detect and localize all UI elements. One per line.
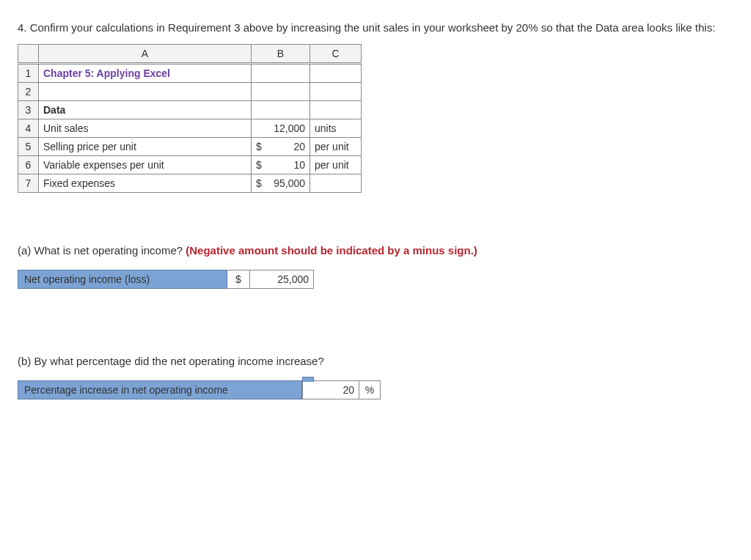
cell-a (39, 83, 252, 101)
row-header: 4 (18, 119, 39, 138)
row-header: 7 (18, 174, 39, 193)
cell-a: Data (39, 101, 252, 119)
table-row: 6Variable expenses per unit$10per unit (18, 156, 362, 174)
cell-a: Variable expenses per unit (39, 156, 252, 174)
pct-value-text: 20 (342, 384, 354, 396)
cell-c (310, 64, 362, 83)
part-a-text: (a) What is net operating income? (18, 244, 186, 257)
cell-a: Chapter 5: Applying Excel (39, 64, 252, 83)
col-header-a: A (39, 45, 252, 64)
col-header-b: B (252, 45, 310, 64)
dollar-sign: $ (256, 159, 262, 171)
row-header: 6 (18, 156, 39, 174)
table-row: 3Data (18, 101, 362, 119)
table-row: 2 (18, 83, 362, 101)
cell-b: $20 (252, 138, 310, 156)
row-header: 5 (18, 138, 39, 156)
row-header: 3 (18, 101, 39, 119)
cell-b: $10 (252, 156, 310, 174)
cell-a: Selling price per unit (39, 138, 252, 156)
cell-b-value: 10 (293, 159, 305, 171)
table-row: 4Unit sales12,000units (18, 119, 362, 138)
cell-b-value: 95,000 (274, 177, 305, 189)
col-header-c: C (310, 45, 362, 64)
part-b-prompt: (b) By what percentage did the net opera… (18, 355, 733, 367)
cell-b: $95,000 (252, 174, 310, 193)
dollar-sign: $ (256, 141, 262, 152)
row-header: 2 (18, 83, 39, 101)
cell-c (310, 101, 362, 119)
cell-c (310, 83, 362, 101)
question-text: 4. Confirm your calculations in Requirem… (18, 21, 733, 35)
part-a-warning: (Negative amount should be indicated by … (186, 244, 477, 257)
part-b-answer-row: Percentage increase in net operating inc… (18, 380, 733, 399)
question-number: 4. (18, 21, 30, 34)
table-row: 5Selling price per unit$20per unit (18, 138, 362, 156)
noi-input[interactable]: 25,000 (250, 270, 314, 289)
pct-label: Percentage increase in net operating inc… (18, 380, 302, 399)
pct-tab-indicator (302, 377, 314, 382)
pct-unit: % (359, 380, 381, 399)
cell-c: per unit (310, 156, 362, 174)
cell-c: units (310, 119, 362, 138)
cell-a: Fixed expenses (39, 174, 252, 193)
table-row: 1Chapter 5: Applying Excel (18, 64, 362, 83)
part-a-prompt: (a) What is net operating income? (Negat… (18, 244, 733, 257)
row-header: 1 (18, 64, 39, 83)
noi-label: Net operating income (loss) (18, 270, 227, 289)
cell-a: Unit sales (39, 119, 252, 138)
cell-b (252, 101, 310, 119)
pct-input[interactable]: 20 (302, 380, 359, 399)
question-body: Confirm your calculations in Requirement… (30, 21, 716, 34)
cell-c: per unit (310, 138, 362, 156)
cell-c (310, 174, 362, 193)
corner-cell (18, 45, 39, 64)
cell-b-value: 20 (293, 141, 305, 152)
cell-b (252, 83, 310, 101)
part-a-answer-row: Net operating income (loss) $ 25,000 (18, 270, 733, 289)
cell-b (252, 64, 310, 83)
noi-currency: $ (227, 270, 250, 289)
cell-b: 12,000 (252, 119, 310, 138)
table-row: 7Fixed expenses$95,000 (18, 174, 362, 193)
data-spreadsheet: A B C 1Chapter 5: Applying Excel23Data4U… (18, 44, 362, 193)
dollar-sign: $ (256, 177, 262, 189)
